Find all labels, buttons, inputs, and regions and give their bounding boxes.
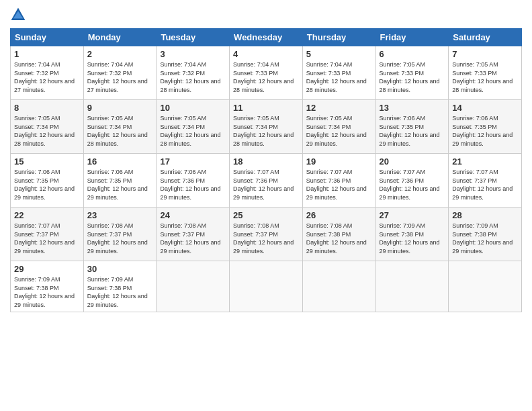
day-number: 28 (452, 210, 518, 220)
day-info: Sunrise: 7:07 AMSunset: 7:36 PMDaylight:… (380, 168, 445, 201)
day-info: Sunrise: 7:08 AMSunset: 7:38 PMDaylight:… (306, 222, 372, 255)
day-number: 8 (14, 103, 80, 113)
day-info: Sunrise: 7:08 AMSunset: 7:37 PMDaylight:… (233, 222, 299, 255)
calendar-cell: 26Sunrise: 7:08 AMSunset: 7:38 PMDayligh… (302, 208, 375, 261)
calendar-cell: 3Sunrise: 7:04 AMSunset: 7:32 PMDaylight… (157, 46, 230, 100)
day-number: 5 (306, 49, 372, 59)
day-info: Sunrise: 7:05 AMSunset: 7:34 PMDaylight:… (14, 114, 80, 148)
day-info: Sunrise: 7:07 AMSunset: 7:36 PMDaylight:… (306, 168, 372, 201)
page: SundayMondayTuesdayWednesdayThursdayFrid… (0, 0, 532, 411)
day-info: Sunrise: 7:07 AMSunset: 7:37 PMDaylight:… (14, 222, 80, 255)
day-number: 13 (380, 103, 445, 113)
calendar-cell: 27Sunrise: 7:09 AMSunset: 7:38 PMDayligh… (375, 208, 449, 261)
calendar-header-thursday: Thursday (302, 29, 375, 46)
day-number: 7 (452, 49, 518, 59)
day-info: Sunrise: 7:05 AMSunset: 7:33 PMDaylight:… (452, 60, 518, 94)
calendar-cell: 15Sunrise: 7:06 AMSunset: 7:35 PMDayligh… (11, 154, 84, 208)
calendar-cell (302, 261, 375, 312)
day-number: 12 (306, 103, 372, 113)
calendar-header-sunday: Sunday (11, 29, 84, 46)
day-number: 30 (87, 264, 153, 274)
day-number: 14 (452, 103, 518, 113)
calendar-cell: 19Sunrise: 7:07 AMSunset: 7:36 PMDayligh… (302, 154, 375, 208)
day-info: Sunrise: 7:04 AMSunset: 7:32 PMDaylight:… (87, 60, 153, 94)
calendar-cell: 25Sunrise: 7:08 AMSunset: 7:37 PMDayligh… (230, 208, 303, 261)
day-number: 16 (87, 156, 153, 167)
calendar-cell: 10Sunrise: 7:05 AMSunset: 7:34 PMDayligh… (157, 100, 230, 154)
day-number: 1 (14, 49, 80, 59)
day-number: 23 (87, 210, 153, 220)
calendar-cell: 1Sunrise: 7:04 AMSunset: 7:32 PMDaylight… (11, 46, 84, 100)
day-number: 4 (233, 49, 299, 59)
calendar-cell: 18Sunrise: 7:07 AMSunset: 7:36 PMDayligh… (230, 154, 303, 208)
day-info: Sunrise: 7:05 AMSunset: 7:34 PMDaylight:… (87, 114, 153, 148)
day-info: Sunrise: 7:09 AMSunset: 7:38 PMDaylight:… (87, 275, 153, 309)
day-number: 27 (380, 210, 445, 220)
calendar-header-row: SundayMondayTuesdayWednesdayThursdayFrid… (11, 29, 522, 46)
day-info: Sunrise: 7:06 AMSunset: 7:36 PMDaylight:… (160, 168, 226, 201)
calendar-header-friday: Friday (375, 29, 449, 46)
header (10, 7, 522, 23)
calendar-cell: 4Sunrise: 7:04 AMSunset: 7:33 PMDaylight… (230, 46, 303, 100)
day-number: 21 (452, 156, 518, 167)
day-info: Sunrise: 7:07 AMSunset: 7:36 PMDaylight:… (233, 168, 299, 201)
calendar-cell: 8Sunrise: 7:05 AMSunset: 7:34 PMDaylight… (11, 100, 84, 154)
calendar-header-saturday: Saturday (449, 29, 522, 46)
calendar-cell: 13Sunrise: 7:06 AMSunset: 7:35 PMDayligh… (375, 100, 449, 154)
calendar-cell (230, 261, 303, 312)
day-info: Sunrise: 7:04 AMSunset: 7:33 PMDaylight:… (306, 60, 372, 94)
calendar-week-4: 22Sunrise: 7:07 AMSunset: 7:37 PMDayligh… (11, 208, 522, 261)
day-info: Sunrise: 7:08 AMSunset: 7:37 PMDaylight:… (160, 222, 226, 255)
day-number: 29 (14, 264, 80, 274)
calendar-cell (375, 261, 449, 312)
calendar-cell: 14Sunrise: 7:06 AMSunset: 7:35 PMDayligh… (449, 100, 522, 154)
day-info: Sunrise: 7:06 AMSunset: 7:35 PMDaylight:… (14, 168, 80, 201)
day-number: 24 (160, 210, 226, 220)
day-number: 19 (306, 156, 372, 167)
calendar-week-1: 1Sunrise: 7:04 AMSunset: 7:32 PMDaylight… (11, 46, 522, 100)
day-info: Sunrise: 7:05 AMSunset: 7:34 PMDaylight:… (233, 114, 299, 148)
calendar-cell: 11Sunrise: 7:05 AMSunset: 7:34 PMDayligh… (230, 100, 303, 154)
calendar-table: SundayMondayTuesdayWednesdayThursdayFrid… (10, 28, 522, 312)
calendar-week-3: 15Sunrise: 7:06 AMSunset: 7:35 PMDayligh… (11, 154, 522, 208)
day-info: Sunrise: 7:07 AMSunset: 7:37 PMDaylight:… (452, 168, 518, 201)
day-info: Sunrise: 7:06 AMSunset: 7:35 PMDaylight:… (87, 168, 153, 201)
day-number: 26 (306, 210, 372, 220)
logo-icon (10, 7, 26, 23)
day-number: 9 (87, 103, 153, 113)
day-number: 18 (233, 156, 299, 167)
calendar-cell: 9Sunrise: 7:05 AMSunset: 7:34 PMDaylight… (83, 100, 157, 154)
day-number: 10 (160, 103, 226, 113)
day-info: Sunrise: 7:04 AMSunset: 7:33 PMDaylight:… (233, 60, 299, 94)
day-info: Sunrise: 7:05 AMSunset: 7:33 PMDaylight:… (380, 60, 445, 94)
day-info: Sunrise: 7:06 AMSunset: 7:35 PMDaylight:… (380, 114, 445, 148)
calendar-cell: 22Sunrise: 7:07 AMSunset: 7:37 PMDayligh… (11, 208, 84, 261)
calendar-cell: 7Sunrise: 7:05 AMSunset: 7:33 PMDaylight… (449, 46, 522, 100)
day-info: Sunrise: 7:09 AMSunset: 7:38 PMDaylight:… (452, 222, 518, 255)
calendar-cell: 5Sunrise: 7:04 AMSunset: 7:33 PMDaylight… (302, 46, 375, 100)
day-info: Sunrise: 7:05 AMSunset: 7:34 PMDaylight:… (306, 114, 372, 148)
day-number: 3 (160, 49, 226, 59)
calendar-cell (449, 261, 522, 312)
calendar-cell: 16Sunrise: 7:06 AMSunset: 7:35 PMDayligh… (83, 154, 157, 208)
day-number: 11 (233, 103, 299, 113)
calendar-header-monday: Monday (83, 29, 157, 46)
calendar-header-tuesday: Tuesday (157, 29, 230, 46)
day-info: Sunrise: 7:08 AMSunset: 7:37 PMDaylight:… (87, 222, 153, 255)
day-info: Sunrise: 7:06 AMSunset: 7:35 PMDaylight:… (452, 114, 518, 148)
calendar-cell: 17Sunrise: 7:06 AMSunset: 7:36 PMDayligh… (157, 154, 230, 208)
day-number: 22 (14, 210, 80, 220)
calendar-header-wednesday: Wednesday (230, 29, 303, 46)
day-info: Sunrise: 7:05 AMSunset: 7:34 PMDaylight:… (160, 114, 226, 148)
calendar-week-5: 29Sunrise: 7:09 AMSunset: 7:38 PMDayligh… (11, 261, 522, 312)
day-info: Sunrise: 7:09 AMSunset: 7:38 PMDaylight:… (14, 275, 80, 309)
calendar-cell: 29Sunrise: 7:09 AMSunset: 7:38 PMDayligh… (11, 261, 84, 312)
day-number: 2 (87, 49, 153, 59)
calendar-cell: 2Sunrise: 7:04 AMSunset: 7:32 PMDaylight… (83, 46, 157, 100)
calendar-cell: 24Sunrise: 7:08 AMSunset: 7:37 PMDayligh… (157, 208, 230, 261)
calendar-cell: 12Sunrise: 7:05 AMSunset: 7:34 PMDayligh… (302, 100, 375, 154)
day-number: 20 (380, 156, 445, 167)
calendar-cell: 28Sunrise: 7:09 AMSunset: 7:38 PMDayligh… (449, 208, 522, 261)
logo (10, 7, 29, 23)
day-info: Sunrise: 7:09 AMSunset: 7:38 PMDaylight:… (380, 222, 445, 255)
